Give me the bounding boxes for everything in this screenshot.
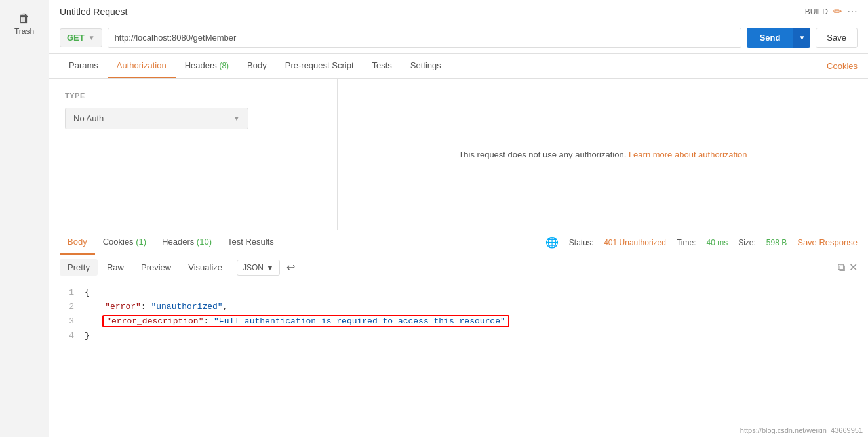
request-tabs: Params Authorization Headers (8) Body Pr… xyxy=(49,54,868,79)
size-value: 598 B xyxy=(766,238,787,247)
resp-tab-headers[interactable]: Headers (10) xyxy=(154,230,220,255)
url-input[interactable] xyxy=(108,28,741,48)
sidebar-item-trash[interactable]: 🗑 Trash xyxy=(12,7,37,41)
time-value: 40 ms xyxy=(706,238,728,247)
method-chevron-icon: ▼ xyxy=(89,34,95,41)
code-area: 1 { 2 "error": "unauthorized", 3 "error_… xyxy=(49,280,868,437)
trash-icon: 🗑 xyxy=(14,12,34,26)
wrap-icon[interactable]: ↩ xyxy=(286,261,295,274)
response-section: Body Cookies (1) Headers (10) Test Resul… xyxy=(49,230,868,437)
code-line-4: 4 } xyxy=(49,329,868,343)
resp-tab-test-results[interactable]: Test Results xyxy=(220,230,282,255)
auth-type-chevron-icon: ▼ xyxy=(233,115,240,122)
code-line-3: 3 "error_description": "Full authenticat… xyxy=(49,314,868,329)
line-number: 4 xyxy=(54,329,74,343)
status-value: 401 Unauthorized xyxy=(604,238,666,247)
globe-icon: 🌐 xyxy=(545,236,559,249)
topbar-right: BUILD ✏ ⋯ xyxy=(805,5,858,18)
time-label: Time: xyxy=(677,238,696,247)
clear-icon[interactable]: ✕ xyxy=(849,261,858,274)
fmt-tab-visualize[interactable]: Visualize xyxy=(180,259,230,276)
more-options-icon[interactable]: ⋯ xyxy=(847,5,858,18)
response-status-bar: 🌐 Status: 401 Unauthorized Time: 40 ms S… xyxy=(545,236,858,249)
build-label: BUILD xyxy=(805,7,828,16)
auth-right-panel: This request does not use any authorizat… xyxy=(338,79,868,230)
format-value: JSON xyxy=(243,263,264,272)
cookies-link[interactable]: Cookies xyxy=(827,54,858,77)
no-auth-message: This request does not use any authorizat… xyxy=(458,150,626,159)
tab-params[interactable]: Params xyxy=(60,54,108,78)
response-tabs-bar: Body Cookies (1) Headers (10) Test Resul… xyxy=(49,230,868,255)
resp-tab-cookies[interactable]: Cookies (1) xyxy=(95,230,154,255)
tab-settings[interactable]: Settings xyxy=(401,54,450,78)
send-dropdown-button[interactable]: ▼ xyxy=(793,28,810,48)
code-content: { xyxy=(85,285,863,300)
format-bar: Pretty Raw Preview Visualize JSON ▼ ↩ ⧉ … xyxy=(49,255,868,280)
tab-headers[interactable]: Headers (8) xyxy=(176,54,238,78)
tab-pre-request[interactable]: Pre-request Script xyxy=(276,54,363,78)
format-chevron-icon: ▼ xyxy=(266,263,274,272)
auth-type-select[interactable]: No Auth ▼ xyxy=(65,108,248,129)
copy-icon[interactable]: ⧉ xyxy=(838,262,845,274)
code-content: "error_description": "Full authenticatio… xyxy=(85,314,863,329)
main-content: Untitled Request BUILD ✏ ⋯ GET ▼ Send ▼ … xyxy=(49,0,868,437)
method-label: GET xyxy=(67,33,85,43)
trash-label: Trash xyxy=(14,27,34,36)
fmt-tab-preview[interactable]: Preview xyxy=(133,259,179,276)
code-line-1: 1 { xyxy=(49,285,868,300)
resp-tab-body[interactable]: Body xyxy=(60,230,95,255)
save-button[interactable]: Save xyxy=(816,28,858,48)
format-select[interactable]: JSON ▼ xyxy=(237,260,280,276)
code-content: } xyxy=(85,329,863,343)
tab-body[interactable]: Body xyxy=(238,54,276,78)
tab-authorization[interactable]: Authorization xyxy=(108,54,176,78)
topbar: Untitled Request BUILD ✏ ⋯ xyxy=(49,0,868,22)
type-label: TYPE xyxy=(65,92,321,100)
fmt-tab-pretty[interactable]: Pretty xyxy=(60,259,98,276)
request-title: Untitled Request xyxy=(60,7,128,17)
save-response-button[interactable]: Save Response xyxy=(797,238,858,247)
auth-section: TYPE No Auth ▼ This request does not use… xyxy=(49,79,868,230)
method-select[interactable]: GET ▼ xyxy=(60,28,102,47)
line-number: 2 xyxy=(54,300,74,314)
pencil-icon[interactable]: ✏ xyxy=(833,5,842,18)
code-content: "error": "unauthorized", xyxy=(85,300,863,314)
fmt-tab-raw[interactable]: Raw xyxy=(99,259,132,276)
learn-auth-link[interactable]: Learn more about authorization xyxy=(629,150,747,159)
code-line-2: 2 "error": "unauthorized", xyxy=(49,300,868,314)
auth-info: This request does not use any authorizat… xyxy=(458,150,747,159)
auth-type-value: No Auth xyxy=(73,114,104,123)
send-button[interactable]: Send xyxy=(747,28,794,48)
sidebar: 🗑 Trash xyxy=(0,0,49,437)
auth-left-panel: TYPE No Auth ▼ xyxy=(49,79,338,230)
footer-link: https://blog.csdn.net/weixin_43669951 xyxy=(740,427,863,434)
tab-tests[interactable]: Tests xyxy=(363,54,401,78)
status-label: Status: xyxy=(569,238,593,247)
line-number: 1 xyxy=(54,285,74,300)
line-number: 3 xyxy=(54,314,74,329)
size-label: Size: xyxy=(738,238,756,247)
url-bar: GET ▼ Send ▼ Save xyxy=(49,22,868,54)
send-btn-group: Send ▼ xyxy=(747,28,811,48)
